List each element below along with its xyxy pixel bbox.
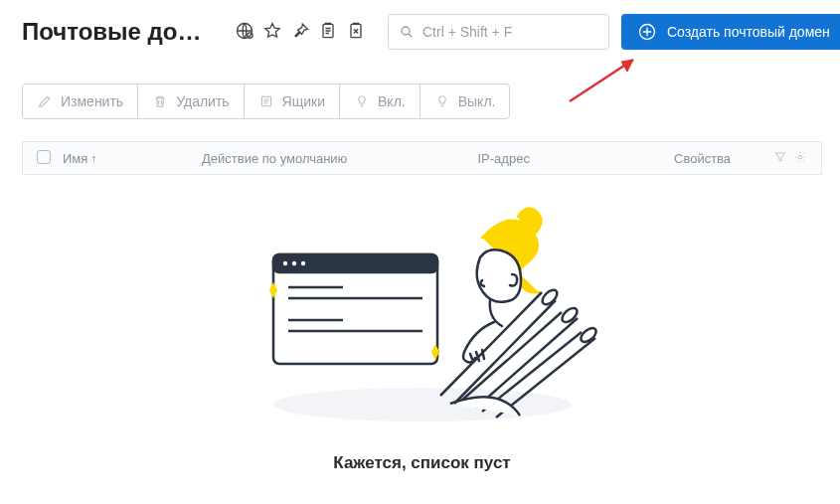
search-input-wrapper[interactable] [388,14,609,50]
empty-state: Кажется, список пуст [22,203,822,473]
toolbar: Изменить Удалить Ящики Вкл. Выкл. [22,84,822,119]
clipboard-icon[interactable] [318,21,338,44]
lightbulb-off-icon [434,93,450,109]
svg-point-13 [300,261,304,265]
svg-point-11 [282,261,286,265]
svg-point-7 [798,155,802,159]
plus-circle-icon [637,22,657,42]
create-button-label: Создать почтовый домен [667,24,830,40]
search-icon [399,24,415,40]
filter-icon[interactable] [773,150,787,167]
select-all-cell[interactable] [37,150,63,167]
svg-point-20 [540,287,560,307]
select-all-checkbox[interactable] [37,150,51,164]
empty-message: Кажется, список пуст [333,453,510,473]
globe-icon[interactable] [235,21,254,44]
header-icon-group [235,21,366,44]
search-input[interactable] [420,23,598,41]
empty-illustration [234,203,611,431]
svg-marker-22 [621,60,633,72]
svg-point-19 [578,325,597,344]
pencil-icon [37,93,53,109]
disable-button[interactable]: Выкл. [420,84,511,119]
pin-icon[interactable] [290,21,310,44]
sort-arrow-icon: ↑ [90,151,97,166]
lightbulb-on-icon [354,93,370,109]
edit-label: Изменить [61,93,123,109]
svg-point-18 [559,305,579,324]
mailboxes-label: Ящики [282,93,325,109]
enable-label: Вкл. [378,93,406,109]
star-icon[interactable] [262,21,282,44]
svg-point-12 [291,261,295,265]
disable-label: Выкл. [458,93,496,109]
enable-button[interactable]: Вкл. [339,84,420,119]
clipboard-x-icon[interactable] [346,21,366,44]
trash-icon [152,93,168,109]
page-title: Почтовые до… [22,18,221,46]
column-name-label: Имя [63,151,87,166]
column-ip[interactable]: IP-адрес [478,151,675,166]
mailbox-icon [258,93,274,109]
delete-button[interactable]: Удалить [137,84,244,119]
table-header: Имя↑ Действие по умолчанию IP-адрес Свой… [22,141,822,175]
edit-button[interactable]: Изменить [22,84,138,119]
delete-label: Удалить [176,93,229,109]
column-properties[interactable]: Свойства [674,151,763,166]
mailboxes-button[interactable]: Ящики [244,84,340,119]
svg-rect-10 [273,254,437,272]
svg-point-4 [402,27,410,35]
column-default-action[interactable]: Действие по умолчанию [202,151,478,166]
column-name[interactable]: Имя↑ [63,151,202,166]
create-mail-domain-button[interactable]: Создать почтовый домен [621,14,840,50]
gear-icon[interactable] [793,150,807,167]
